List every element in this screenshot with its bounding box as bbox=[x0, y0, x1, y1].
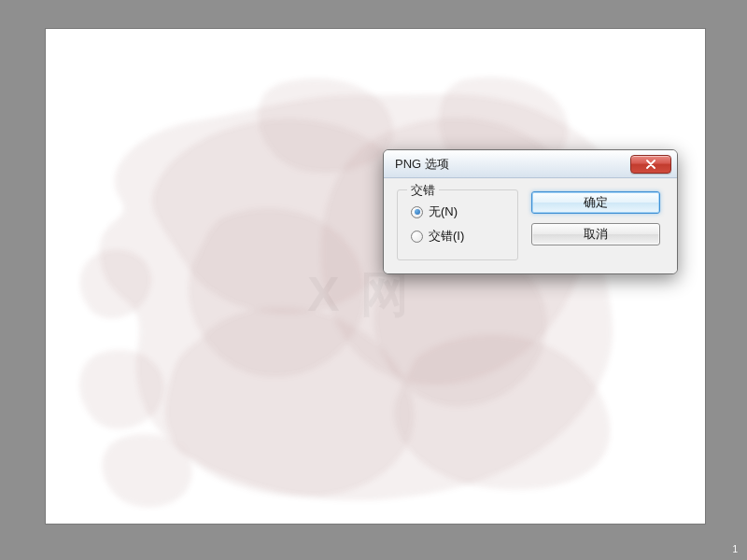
document-canvas: X 网 bbox=[46, 29, 705, 524]
group-legend: 交错 bbox=[407, 182, 439, 199]
dialog-body: 交错 无(N) 交错(I) 确定 取消 bbox=[384, 178, 677, 273]
close-icon bbox=[645, 160, 656, 169]
radio-option-none[interactable]: 无(N) bbox=[411, 200, 504, 224]
close-button[interactable] bbox=[630, 155, 671, 174]
interlace-group: 交错 无(N) 交错(I) bbox=[397, 189, 518, 260]
dialog-title: PNG 选项 bbox=[395, 156, 630, 173]
dialog-button-column: 确定 取消 bbox=[531, 191, 660, 260]
radio-icon bbox=[411, 206, 423, 218]
png-options-dialog: PNG 选项 交错 无(N) 交错(I) 确定 取消 bbox=[383, 149, 678, 274]
page-number: 1 bbox=[732, 544, 738, 554]
radio-icon bbox=[411, 231, 423, 243]
cancel-button[interactable]: 取消 bbox=[531, 223, 660, 245]
radio-label: 交错(I) bbox=[429, 228, 464, 245]
radio-label: 无(N) bbox=[429, 203, 458, 220]
ok-button[interactable]: 确定 bbox=[531, 191, 660, 214]
dialog-titlebar[interactable]: PNG 选项 bbox=[384, 150, 677, 178]
radio-option-interlaced[interactable]: 交错(I) bbox=[411, 224, 504, 248]
